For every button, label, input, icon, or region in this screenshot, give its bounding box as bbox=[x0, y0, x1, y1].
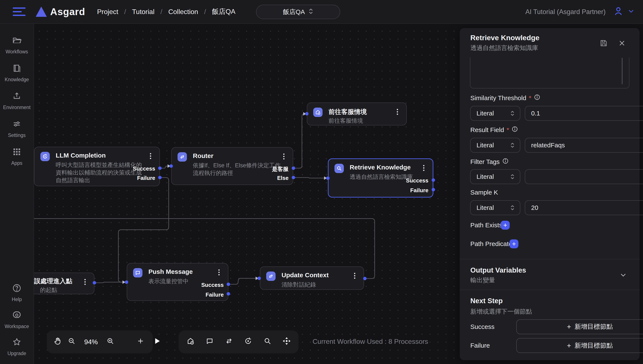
add-path-predicate-button[interactable]: + bbox=[510, 240, 518, 248]
collapse-chevron-icon[interactable] bbox=[620, 271, 627, 280]
value-input[interactable]: 20 bbox=[525, 200, 643, 215]
type-select[interactable]: Literal bbox=[470, 138, 520, 153]
scene-node-icon[interactable] bbox=[186, 337, 195, 347]
node-menu-icon[interactable] bbox=[281, 152, 287, 161]
query-textarea[interactable] bbox=[470, 58, 630, 88]
scene-icon bbox=[313, 108, 322, 117]
add-path-exists-button[interactable]: + bbox=[501, 221, 510, 230]
breadcrumb-tutorial[interactable]: Tutorial bbox=[132, 8, 154, 16]
info-icon[interactable] bbox=[502, 158, 508, 166]
update-context-icon bbox=[266, 272, 276, 281]
workspace-selector[interactable]: 飯店QA bbox=[256, 5, 340, 19]
port-retrieve-failure[interactable] bbox=[432, 188, 435, 191]
sidebar-item-environment[interactable]: Environment bbox=[0, 92, 34, 110]
node-menu-icon[interactable] bbox=[148, 152, 154, 161]
asgard-logo bbox=[36, 6, 47, 17]
brand-name: Asgard bbox=[50, 6, 85, 18]
user-icon[interactable] bbox=[613, 6, 624, 18]
sidebar-item-workflows[interactable]: Workflows bbox=[0, 36, 34, 55]
node-subtitle: 前往客服情境 bbox=[328, 117, 363, 124]
add-target-node-failure-button[interactable]: + 新增目標節點 bbox=[516, 338, 643, 353]
port-push-success[interactable] bbox=[227, 282, 230, 286]
field-label: Sample K bbox=[470, 189, 498, 196]
sidebar-item-settings[interactable]: Settings bbox=[0, 119, 34, 138]
node-menu-icon[interactable] bbox=[352, 271, 358, 280]
close-icon[interactable] bbox=[618, 40, 626, 48]
port-failure-label: Failure bbox=[206, 292, 224, 298]
search-node-icon[interactable] bbox=[263, 337, 272, 347]
node-llm-completion[interactable]: LLM Completion 呼叫大型語言模型並產生結構化的資料輸出以輔助流程的… bbox=[34, 147, 160, 186]
node-push-message[interactable]: Push Message 表示流量控管中 Success Failure bbox=[127, 263, 228, 301]
breadcrumb-collection[interactable]: Collection bbox=[168, 8, 198, 16]
sidebar-item-knowledge[interactable]: Knowledge bbox=[0, 64, 34, 82]
type-select[interactable]: Literal bbox=[470, 169, 520, 184]
add-node-icon[interactable] bbox=[136, 337, 144, 347]
port-update-input[interactable] bbox=[258, 276, 261, 280]
apps-icon bbox=[12, 147, 22, 158]
port-push-failure[interactable] bbox=[227, 292, 230, 296]
breadcrumb-current[interactable]: 飯店QA bbox=[212, 7, 236, 16]
add-target-node-success-button[interactable]: + 新增目標節點 bbox=[516, 319, 643, 334]
port-push-input[interactable] bbox=[125, 280, 128, 284]
port-iscs-label: 是客服 bbox=[272, 166, 288, 173]
menu-icon[interactable] bbox=[13, 8, 26, 16]
port-error-output[interactable] bbox=[93, 281, 96, 284]
info-icon[interactable] bbox=[534, 94, 540, 102]
node-goto-cs[interactable]: 前往客服情境 前往客服情境 bbox=[307, 102, 407, 126]
port-llm-failure[interactable] bbox=[158, 176, 162, 179]
port-retrieve-input[interactable] bbox=[326, 176, 330, 180]
node-subtitle: 表示流量控管中 bbox=[148, 278, 188, 285]
node-menu-icon[interactable] bbox=[421, 163, 427, 173]
sidebar-item-help[interactable]: Help bbox=[0, 284, 34, 302]
node-title: LLM Completion bbox=[56, 152, 106, 159]
node-retrieve-knowledge[interactable]: Retrieve Knowledge 透過自然語言檢索知識庫 Success F… bbox=[328, 158, 433, 198]
value-input[interactable]: 0.1 bbox=[525, 106, 643, 121]
node-title: Router bbox=[193, 152, 214, 160]
type-select[interactable]: Literal bbox=[470, 106, 520, 121]
port-llm-success[interactable] bbox=[158, 166, 162, 170]
account-chevron-icon[interactable] bbox=[628, 8, 634, 16]
node-menu-icon[interactable] bbox=[216, 268, 222, 277]
node-title: 誤處理進入點 bbox=[34, 277, 72, 286]
breadcrumb-project[interactable]: Project bbox=[97, 8, 118, 16]
value-input[interactable] bbox=[525, 169, 643, 184]
port-router-input[interactable] bbox=[170, 164, 173, 168]
port-success-label: Success bbox=[201, 282, 224, 288]
zoom-level: 94% bbox=[84, 338, 98, 346]
port-router-iscs[interactable] bbox=[292, 166, 295, 170]
star-icon bbox=[12, 338, 22, 348]
sidebar-item-workspace[interactable]: Workspace bbox=[0, 310, 34, 329]
node-config-panel: Retrieve Knowledge 透過自然語言檢索知識庫 Similarit… bbox=[460, 28, 640, 360]
help-icon bbox=[12, 284, 22, 294]
port-router-else[interactable] bbox=[292, 176, 295, 179]
value-input[interactable]: relatedFaqs bbox=[525, 138, 643, 153]
knowledge-icon bbox=[12, 64, 22, 75]
port-failure-label: Failure bbox=[137, 175, 155, 181]
router-icon bbox=[178, 152, 187, 162]
port-update-output[interactable] bbox=[363, 277, 366, 280]
textarea-scrollbar[interactable] bbox=[622, 58, 622, 84]
move-tool-icon[interactable] bbox=[282, 337, 291, 347]
pan-tool-icon[interactable] bbox=[54, 337, 62, 347]
zoom-out-icon[interactable] bbox=[68, 337, 76, 347]
info-icon[interactable] bbox=[512, 126, 518, 134]
output-variables-title: Output Variables bbox=[470, 266, 526, 274]
llm-node-icon[interactable] bbox=[244, 337, 252, 347]
settings-icon bbox=[12, 119, 22, 130]
sidebar-item-upgrade[interactable]: Upgrade bbox=[0, 338, 34, 356]
type-select[interactable]: Literal bbox=[470, 200, 520, 215]
port-retrieve-success[interactable] bbox=[432, 178, 435, 182]
router-node-icon[interactable] bbox=[225, 337, 233, 347]
node-menu-icon[interactable] bbox=[394, 107, 400, 116]
node-router[interactable]: Router 依據If、Else If、Else條件決定工作流程執行的路徑 是客… bbox=[171, 147, 293, 185]
message-node-icon[interactable] bbox=[206, 337, 214, 347]
search-icon bbox=[334, 164, 344, 173]
run-workflow-icon[interactable] bbox=[153, 337, 161, 346]
node-menu-icon[interactable] bbox=[82, 277, 88, 286]
zoom-in-icon[interactable] bbox=[106, 337, 114, 347]
sidebar-item-apps[interactable]: Apps bbox=[0, 147, 34, 166]
save-icon[interactable] bbox=[600, 39, 608, 49]
node-title: Update Context bbox=[282, 272, 329, 279]
node-title: Push Message bbox=[148, 268, 193, 275]
node-update-context[interactable]: Update Context 清除對話紀錄 bbox=[260, 266, 364, 290]
